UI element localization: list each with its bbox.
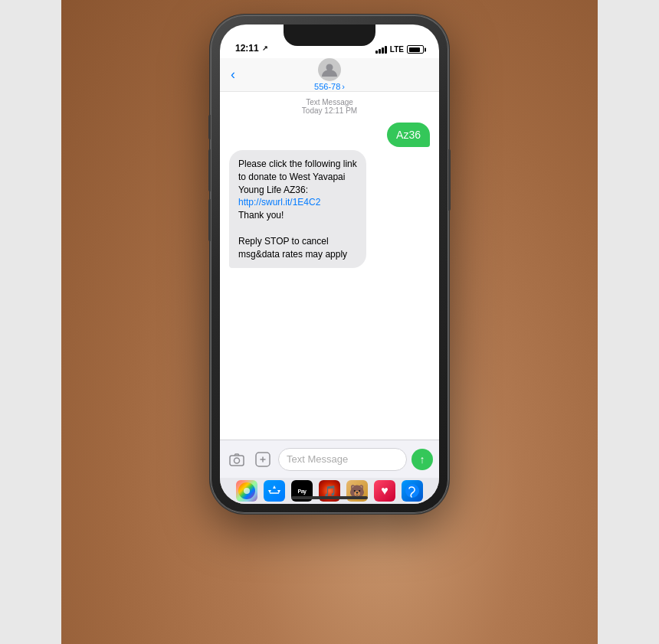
app-dock: Pay 🎵 🐻 ♥ <box>220 478 439 504</box>
svg-point-5 <box>244 488 250 494</box>
appstore-icon <box>267 484 281 498</box>
received-text-line3: Young Life AZ36: <box>238 185 308 195</box>
dock-app-shazam[interactable] <box>402 480 423 502</box>
status-icons: LTE <box>375 45 424 54</box>
apps-icon <box>255 452 270 467</box>
contact-info[interactable]: 556-78 › <box>314 58 345 91</box>
signal-icon <box>375 46 387 54</box>
time-display: 12:11 <box>235 43 259 54</box>
contact-name-label: 556-78 › <box>314 82 345 91</box>
received-text-line4: Thank you! <box>238 210 284 221</box>
back-button[interactable]: ‹ <box>231 67 235 83</box>
dock-app-photos[interactable] <box>236 480 257 502</box>
battery-icon <box>407 45 424 54</box>
home-indicator <box>291 496 368 499</box>
shazam-icon <box>405 484 419 498</box>
svg-rect-1 <box>230 456 244 466</box>
volume-down-button <box>208 199 211 241</box>
camera-icon <box>229 453 244 466</box>
iphone-device: 12:11 ↗ LTE <box>211 15 448 513</box>
dock-app-appstore[interactable] <box>264 480 285 502</box>
message-type-label: Text Message <box>220 98 439 106</box>
volume-up-button <box>208 149 211 191</box>
navigation-bar: ‹ 556-78 › <box>220 58 439 92</box>
mute-button <box>208 115 211 139</box>
message-time-label: Today 12:11 PM <box>220 106 439 115</box>
applepay-label: Pay <box>298 489 307 494</box>
received-text-line1: Please click the following link <box>238 159 357 169</box>
sent-bubble: Az36 <box>387 123 430 147</box>
send-arrow-icon: ↑ <box>420 453 425 466</box>
photos-icon <box>238 482 255 499</box>
iphone-frame: 12:11 ↗ LTE <box>211 15 448 513</box>
person-icon <box>321 61 338 78</box>
received-message: Please click the following link to donat… <box>220 149 439 270</box>
text-input-placeholder: Text Message <box>287 453 348 465</box>
svg-point-2 <box>234 458 240 463</box>
received-link[interactable]: http://swurl.it/1E4C2 <box>238 197 320 208</box>
received-text-line7: msg&data rates may apply <box>238 249 347 260</box>
received-text-line6: Reply STOP to cancel <box>238 236 329 247</box>
sent-message: Az36 <box>220 121 439 149</box>
text-input-field[interactable]: Text Message <box>278 448 407 471</box>
avatar <box>318 58 341 81</box>
apps-button[interactable] <box>252 449 274 470</box>
dock-app-heart[interactable]: ♥ <box>374 480 395 502</box>
date-header: Text Message Today 12:11 PM <box>220 98 439 115</box>
scene: 12:11 ↗ LTE <box>0 0 659 644</box>
notch <box>284 25 375 46</box>
heart-icon: ♥ <box>381 484 389 498</box>
input-bar: Text Message ↑ <box>220 440 439 478</box>
power-button <box>448 149 451 211</box>
location-arrow-icon: ↗ <box>262 44 268 52</box>
music-icon: 🎵 <box>323 485 336 497</box>
status-time: 12:11 ↗ <box>235 43 268 54</box>
messages-area: Text Message Today 12:11 PM Az36 Please … <box>220 92 439 431</box>
network-type: LTE <box>390 45 404 54</box>
battery-fill <box>409 47 420 52</box>
received-bubble: Please click the following link to donat… <box>229 150 366 268</box>
camera-button[interactable] <box>226 449 248 470</box>
send-button[interactable]: ↑ <box>411 449 433 470</box>
received-text-line2: to donate to West Yavapai <box>238 172 345 182</box>
iphone-screen: 12:11 ↗ LTE <box>220 25 439 504</box>
svg-point-6 <box>405 484 419 498</box>
